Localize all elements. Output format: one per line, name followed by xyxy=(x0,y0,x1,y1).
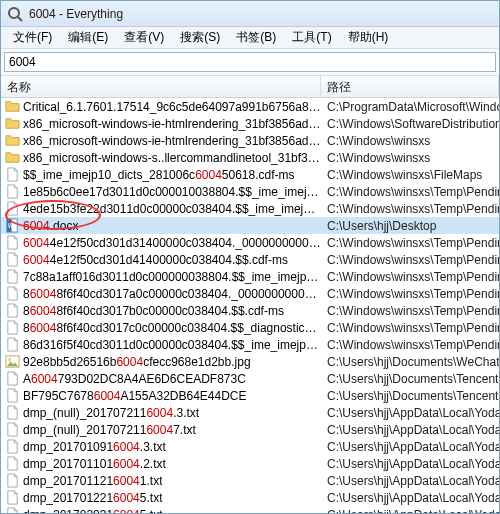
folder-icon xyxy=(5,150,20,165)
file-icon xyxy=(5,337,20,352)
cell-name: dmp_20170112160041.txt xyxy=(1,473,321,488)
cell-path: C:\Users\hjj\Desktop xyxy=(321,219,499,233)
cell-path: C:\Users\hjj\Documents\WeChat Files\h xyxy=(321,355,499,369)
app-icon xyxy=(7,6,23,22)
searchbar xyxy=(1,49,499,76)
column-name-header[interactable]: 名称 xyxy=(1,76,321,97)
result-row[interactable]: 7c88a1aff016d3011d0c000000038804.$$_ime_… xyxy=(1,268,499,285)
cell-path: C:\Windows\winsxs\Temp\PendingRena xyxy=(321,338,499,352)
file-icon xyxy=(5,184,20,199)
result-row[interactable]: dmp_(null)_2017072116004.3.txtC:\Users\h… xyxy=(1,404,499,421)
file-icon xyxy=(5,456,20,471)
file-icon xyxy=(5,490,20,505)
result-row[interactable]: W6004.docxC:\Users\hjj\Desktop xyxy=(1,217,499,234)
cell-name: 860048f6f40cd3017a0c00000c038404._000000… xyxy=(1,286,321,301)
result-row[interactable]: 92e8bb5d26516b6004cfecc968e1d2bb.jpgC:\U… xyxy=(1,353,499,370)
file-icon xyxy=(5,167,20,182)
file-name: x86_microsoft-windows-ie-htmlrendering_3… xyxy=(23,134,321,148)
results-list[interactable]: Critical_6.1.7601.17514_9c6c5de64097a991… xyxy=(1,98,499,514)
cell-name: 4ede15b3fe22d3011d0c00000c038404.$$_ime_… xyxy=(1,201,321,216)
cell-path: C:\Users\hjj\AppData\Local\Yodao\Des xyxy=(321,491,499,505)
result-row[interactable]: 860048f6f40cd3017a0c00000c038404._000000… xyxy=(1,285,499,302)
menu-search[interactable]: 搜索(S) xyxy=(172,27,228,48)
file-icon xyxy=(5,286,20,301)
folder-icon xyxy=(5,116,20,131)
file-icon xyxy=(5,405,20,420)
file-name: 60044e12f50cd301d31400000c038404._000000… xyxy=(23,236,321,250)
cell-path: C:\Windows\winsxs\Temp\PendingRena xyxy=(321,304,499,318)
menu-help[interactable]: 帮助(H) xyxy=(340,27,397,48)
cell-name: 60044e12f50cd301d41400000c038404.$$.cdf-… xyxy=(1,252,321,267)
menu-edit[interactable]: 编辑(E) xyxy=(60,27,116,48)
search-input[interactable] xyxy=(4,52,496,72)
menu-tools[interactable]: 工具(T) xyxy=(284,27,339,48)
cell-name: 860048f6f40cd3017c0c00000c038404.$$_diag… xyxy=(1,320,321,335)
result-row[interactable]: 1e85b6c0ee17d3011d0c000010038804.$$_ime_… xyxy=(1,183,499,200)
file-icon xyxy=(5,235,20,250)
result-row[interactable]: x86_microsoft-windows-s..llercommandline… xyxy=(1,149,499,166)
menu-view[interactable]: 查看(V) xyxy=(116,27,172,48)
cell-name: 1e85b6c0ee17d3011d0c000010038804.$$_ime_… xyxy=(1,184,321,199)
result-row[interactable]: x86_microsoft-windows-ie-htmlrendering_3… xyxy=(1,115,499,132)
result-row[interactable]: A6004793D02DC8A4AE6D6CEADF873CC:\Users\h… xyxy=(1,370,499,387)
svg-point-0 xyxy=(9,8,19,18)
cell-path: C:\Windows\winsxs\Temp\PendingRena xyxy=(321,321,499,335)
file-icon xyxy=(5,422,20,437)
file-icon xyxy=(5,439,20,454)
file-name: dmp_20170122160045.txt xyxy=(23,491,162,505)
file-name: dmp_20170112160041.txt xyxy=(23,474,162,488)
result-row[interactable]: BF795C76786004A155A32DB64E44DCEC:\Users\… xyxy=(1,387,499,404)
result-row[interactable]: 860048f6f40cd3017c0c00000c038404.$$_diag… xyxy=(1,319,499,336)
result-row[interactable]: dmp_(null)_20170721160047.txtC:\Users\hj… xyxy=(1,421,499,438)
cell-name: dmp_(null)_20170721160047.txt xyxy=(1,422,321,437)
file-name: BF795C76786004A155A32DB64E44DCE xyxy=(23,389,247,403)
file-name: dmp_20170203160045.txt xyxy=(23,508,162,515)
folder-icon xyxy=(5,99,20,114)
file-name: dmp_(null)_20170721160047.txt xyxy=(23,423,196,437)
cell-name: A6004793D02DC8A4AE6D6CEADF873C xyxy=(1,371,321,386)
result-row[interactable]: dmp_2017010916004.3.txtC:\Users\hjj\AppD… xyxy=(1,438,499,455)
cell-path: C:\ProgramData\Microsoft\Windows\ xyxy=(321,100,499,114)
file-name: 860048f6f40cd3017a0c00000c038404._000000… xyxy=(23,287,321,301)
result-row[interactable]: 860048f6f40cd3017b0c00000c038404.$$.cdf-… xyxy=(1,302,499,319)
cell-path: C:\Windows\winsxs\Temp\PendingRena xyxy=(321,185,499,199)
cell-path: C:\Users\hjj\Documents\Tencent Files\4 xyxy=(321,372,499,386)
cell-path: C:\Users\hjj\AppData\Local\Yodao\Des xyxy=(321,474,499,488)
result-row[interactable]: x86_microsoft-windows-ie-htmlrendering_3… xyxy=(1,132,499,149)
cell-path: C:\Windows\winsxs xyxy=(321,151,499,165)
result-row[interactable]: dmp_20170203160045.txtC:\Users\hjj\AppDa… xyxy=(1,506,499,514)
result-row[interactable]: Critical_6.1.7601.17514_9c6c5de64097a991… xyxy=(1,98,499,115)
result-row[interactable]: dmp_20170122160045.txtC:\Users\hjj\AppDa… xyxy=(1,489,499,506)
file-name: $$_ime_imejp10_dicts_281006c600450618.cd… xyxy=(23,168,295,182)
svg-text:W: W xyxy=(8,222,15,229)
cell-name: x86_microsoft-windows-s..llercommandline… xyxy=(1,150,321,165)
result-row[interactable]: 60044e12f50cd301d41400000c038404.$$.cdf-… xyxy=(1,251,499,268)
cell-name: 7c88a1aff016d3011d0c000000038804.$$_ime_… xyxy=(1,269,321,284)
cell-name: Critical_6.1.7601.17514_9c6c5de64097a991… xyxy=(1,99,321,114)
result-row[interactable]: 86d316f5f40cd3011d0c00000c038404.$$_ime_… xyxy=(1,336,499,353)
cell-path: C:\Windows\winsxs\Temp\PendingRena xyxy=(321,287,499,301)
file-icon xyxy=(5,320,20,335)
file-name: 6004.docx xyxy=(23,219,78,233)
folder-icon xyxy=(5,133,20,148)
cell-name: 60044e12f50cd301d31400000c038404._000000… xyxy=(1,235,321,250)
file-name: 86d316f5f40cd3011d0c00000c038404.$$_ime_… xyxy=(23,338,321,352)
result-row[interactable]: 60044e12f50cd301d31400000c038404._000000… xyxy=(1,234,499,251)
result-row[interactable]: dmp_2017011016004.2.txtC:\Users\hjj\AppD… xyxy=(1,455,499,472)
result-row[interactable]: $$_ime_imejp10_dicts_281006c600450618.cd… xyxy=(1,166,499,183)
result-row[interactable]: dmp_20170112160041.txtC:\Users\hjj\AppDa… xyxy=(1,472,499,489)
column-headers: 名称 路径 xyxy=(1,76,499,98)
svg-line-1 xyxy=(18,17,22,21)
menu-bookmarks[interactable]: 书签(B) xyxy=(228,27,284,48)
cell-name: 860048f6f40cd3017b0c00000c038404.$$.cdf-… xyxy=(1,303,321,318)
file-name: dmp_2017010916004.3.txt xyxy=(23,440,166,454)
file-name: 92e8bb5d26516b6004cfecc968e1d2bb.jpg xyxy=(23,355,251,369)
column-path-header[interactable]: 路径 xyxy=(321,76,499,97)
cell-name: dmp_20170203160045.txt xyxy=(1,507,321,514)
cell-path: C:\Windows\SoftwareDistribution\Down xyxy=(321,117,499,131)
file-name: dmp_2017011016004.2.txt xyxy=(23,457,166,471)
cell-path: C:\Users\hjj\AppData\Local\Yodao\Des xyxy=(321,440,499,454)
result-row[interactable]: 4ede15b3fe22d3011d0c00000c038404.$$_ime_… xyxy=(1,200,499,217)
menu-file[interactable]: 文件(F) xyxy=(5,27,60,48)
file-icon xyxy=(5,303,20,318)
